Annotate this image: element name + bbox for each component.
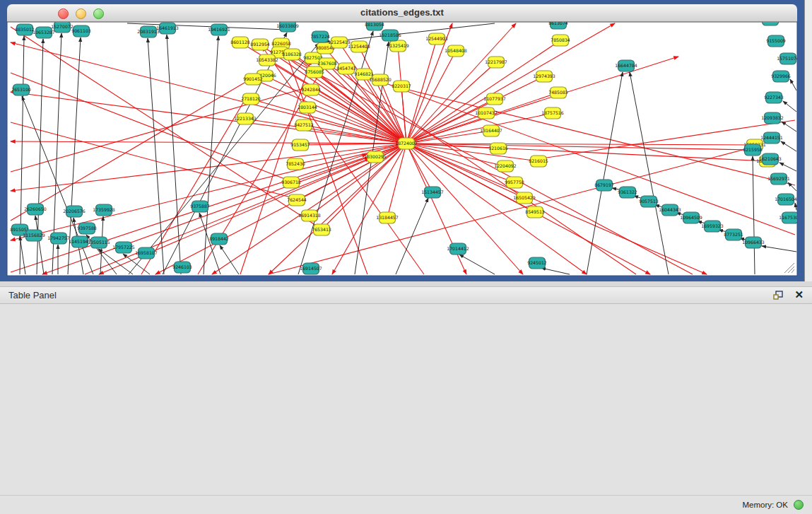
graph-node-label: 8773251 [724,232,743,237]
graph-node-label: 12217987 [485,59,507,64]
graph-node-label: 17957225 [112,245,135,250]
graph-node-label: 16044343 [659,207,681,212]
graph-node-label: 2718120 [241,96,261,101]
graph-node-label: 2803144 [298,105,317,110]
graph-node-label: 8215958 [743,147,763,152]
graph-node-label: 11077937 [483,96,506,101]
graph-node-label: 8549513 [525,209,545,214]
graph-node-label: 19218586 [379,33,401,37]
graph-node-label: 7850834 [551,37,570,42]
graph-node-label: 11325419 [387,43,409,48]
graph-node-label: 12974393 [533,74,555,78]
graph-node-label: 17359928 [93,207,115,212]
graph-node-label: 8912954 [250,42,270,47]
graph-node-label: 16644784 [615,63,637,68]
graph-node-label: 9242844 [301,87,321,92]
graph-node-label: 7857224 [310,34,330,39]
graph-node-label: 9375887 [190,204,210,209]
graph-node-label: 9057513 [639,199,659,204]
network-graph-canvas[interactable]: 1830029586011288912954822605891275038186… [0,0,804,281]
graph-node-label: 20206576 [63,209,86,214]
graph-node-label: 16914318 [298,213,321,218]
graph-node-label: 8756085 [305,69,324,74]
table-panel-title: Table Panel [8,290,57,300]
graph-node-label: 10107437 [475,110,498,115]
graph-node-label: 7624544 [287,197,307,202]
graph-node-label: 11254408 [348,44,370,49]
graph-node-label: 9361322 [618,189,637,194]
graph-node-label: 8226058 [271,41,291,46]
close-panel-icon[interactable]: ✕ [794,288,804,301]
graph-node-label: 9245012 [527,260,547,265]
graph-node-label: 18300295 [364,154,387,159]
graph-node-label: 17016504 [775,197,797,201]
graph-node-label: 2367608 [317,61,337,66]
network-view-window: 1830029586011288912954822605891275038186… [0,0,804,281]
graph-node-label: 9901452 [243,76,263,81]
graph-node-label: 9306718 [281,180,301,185]
window-title: citations_edges.txt [7,7,797,18]
float-panel-icon[interactable] [772,290,785,301]
graph-node-label: 3210616 [488,146,508,151]
graph-node-label: 9155009 [766,38,786,43]
graph-node-label: 15692971 [767,176,790,181]
graph-node-label: 8679197 [594,182,614,187]
graph-node-label: 8918442 [209,236,229,241]
graph-node-label: 16959323 [701,223,724,228]
split-pane-divider[interactable] [0,281,812,287]
graph-node-label: 9329966 [771,74,791,78]
graph-node-label: 9146821 [354,71,374,76]
graph-node-label: 9397588 [77,226,97,230]
graph-node-label: 16958107 [135,250,158,255]
graph-node-label: 9957758 [505,180,524,185]
graph-node-label: 10964509 [680,215,702,220]
graph-node-label: 10548408 [445,48,467,53]
graph-node-label: 11156829 [23,233,45,238]
background-panel-edge [804,0,812,281]
graph-node-label: 9061103 [71,28,91,33]
memory-status-label: Memory: OK [742,501,788,509]
graph-node-label: 8454743 [336,66,356,71]
graph-node-label: 17014412 [447,246,469,251]
graph-node-label: 9227343 [764,95,784,100]
graph-node-label: 16914507 [300,266,322,271]
graph-node-label: 12544903 [425,36,448,41]
memory-ok-icon[interactable] [794,500,804,510]
graph-node-label: 16461913 [156,25,179,30]
graph-node-label: 26260650 [24,206,47,211]
graph-node-label: 10966433 [742,240,765,245]
graph-node-label: 16505429 [513,195,536,200]
graph-node-label: 8220317 [392,83,411,88]
window-titlebar[interactable]: citations_edges.txt [7,4,797,22]
graph-node-label: 13505115 [88,240,110,245]
graph-node-label: 15270072 [51,24,73,29]
graph-node-label: 12125419 [328,40,351,45]
graph-node-label: 9153457 [290,142,310,147]
graph-node-label: 8835012 [15,27,35,32]
graph-node-label: 8216015 [529,158,548,163]
graph-node-label: 12213343 [234,116,257,121]
table-panel-body: f(x) citations_edges.txt namein_degreeye… [0,304,812,514]
graph-node-label: 12093832 [761,115,784,120]
graph-node-label: 15134457 [421,189,444,194]
graph-node-label: 7852430 [286,161,305,166]
graph-node-label: 2653100 [11,87,31,92]
graph-node-label: 12204092 [494,163,517,168]
graph-node-label: 7653413 [312,227,331,232]
graph-node-label: 15688520 [369,77,392,82]
table-panel-header: Table Panel ✕ [0,287,812,304]
graph-node-label: 8427512 [294,122,314,127]
graph-node-label: 7485083 [548,90,568,95]
graph-node-label: 18724007 [395,141,418,146]
graph-node-label: 13184457 [376,215,399,220]
graph-node-label: 9246103 [172,264,192,269]
graph-node-label: 16033809 [276,23,299,28]
graph-node-label: 8601128 [230,40,250,45]
status-bar: Memory: OK [0,495,812,514]
graph-node-label: 17942757 [47,235,70,240]
graph-node-label: 10543382 [256,57,278,62]
graph-node-label: 8186328 [282,52,302,57]
graph-node-label: 12444151 [760,135,783,140]
graph-node-label: 13164407 [480,128,502,133]
graph-node-label: 8813054 [365,22,384,27]
